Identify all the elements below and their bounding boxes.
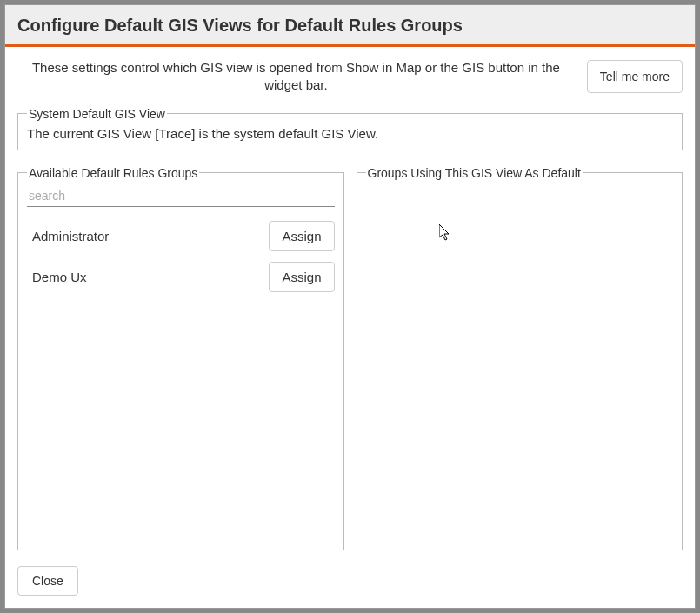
available-groups-legend: Available Default Rules Groups xyxy=(27,166,199,180)
system-default-text: The current GIS View [Trace] is the syst… xyxy=(27,126,673,141)
dialog-header: Configure Default GIS Views for Default … xyxy=(5,5,695,47)
assign-button[interactable]: Assign xyxy=(269,221,334,251)
system-default-fieldset: System Default GIS View The current GIS … xyxy=(17,107,683,150)
assigned-groups-fieldset: Groups Using This GIS View As Default xyxy=(357,166,683,551)
search-input[interactable] xyxy=(27,185,335,207)
close-button[interactable]: Close xyxy=(17,566,78,596)
dialog-footer: Close xyxy=(17,550,683,596)
dialog-description: These settings control which GIS view is… xyxy=(17,59,575,95)
system-default-legend: System Default GIS View xyxy=(27,107,167,121)
dialog-title: Configure Default GIS Views for Default … xyxy=(17,16,683,36)
dialog-body: These settings control which GIS view is… xyxy=(5,47,695,608)
columns: Available Default Rules Groups Administr… xyxy=(17,166,683,551)
group-name: Administrator xyxy=(32,229,109,243)
assigned-group-list xyxy=(366,185,674,542)
group-row-demo-ux: Demo Ux Assign xyxy=(27,257,335,297)
configure-gis-views-dialog: Configure Default GIS Views for Default … xyxy=(4,4,696,609)
group-row-administrator: Administrator Assign xyxy=(27,216,335,257)
group-name: Demo Ux xyxy=(32,270,87,284)
assign-button[interactable]: Assign xyxy=(269,262,334,292)
available-groups-fieldset: Available Default Rules Groups Administr… xyxy=(17,166,344,551)
tell-me-more-button[interactable]: Tell me more xyxy=(587,60,683,93)
available-group-list: Administrator Assign Demo Ux Assign xyxy=(27,216,335,542)
assigned-groups-legend: Groups Using This GIS View As Default xyxy=(366,166,583,180)
description-row: These settings control which GIS view is… xyxy=(17,59,683,95)
